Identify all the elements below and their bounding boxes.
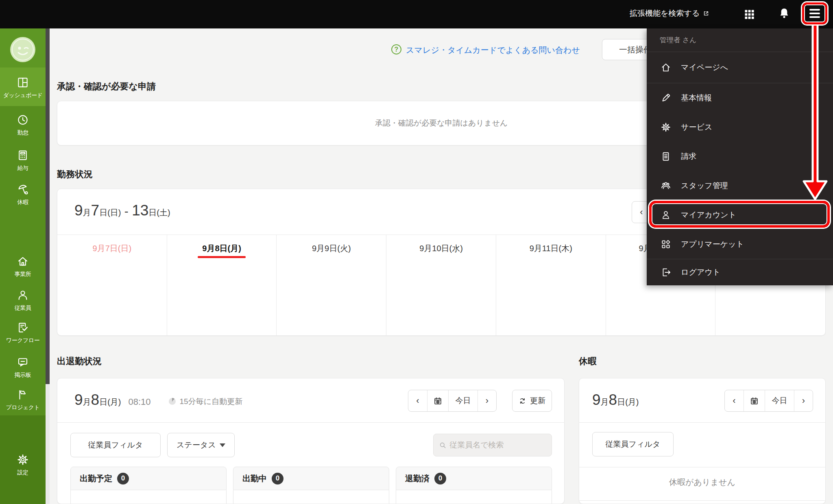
sidebar: ダッシュボード 勤怠 給与 休暇 事業所 — [0, 28, 46, 504]
prev-day-button[interactable]: ‹ — [408, 390, 427, 411]
sidebar-item-employees[interactable]: 従業員 — [0, 289, 46, 312]
sidebar-item-label: ワークフロー — [0, 337, 46, 344]
sidebar-item-office[interactable]: 事業所 — [0, 255, 46, 278]
calculator-icon — [17, 149, 29, 161]
apps-grid-icon — [744, 9, 755, 20]
employee-search-input[interactable] — [449, 441, 546, 450]
sidebar-item-label: 従業員 — [0, 304, 46, 312]
refresh-icon — [519, 397, 526, 405]
sidebar-item-project[interactable]: プロジェクト — [0, 389, 46, 411]
refresh-button[interactable]: 更新 — [512, 390, 552, 412]
date-day-num: 8 — [91, 391, 100, 408]
menu-item-staff-management[interactable]: スタッフ管理 — [647, 171, 833, 200]
day-label: 9月10日(水) — [419, 244, 463, 253]
next-day-button[interactable]: › — [478, 390, 496, 411]
sidebar-footer: 設定 — [0, 415, 46, 504]
chevron-down-icon — [220, 443, 225, 447]
menu-item-billing[interactable]: 請求 — [647, 142, 833, 171]
menu-item-label: 請求 — [681, 151, 696, 162]
sidebar-item-settings[interactable]: 設定 — [0, 454, 46, 476]
faq-link[interactable]: スマレジ・タイムカードでよくある問い合わせ — [406, 45, 580, 56]
next-day-button[interactable]: › — [794, 390, 813, 411]
sidebar-item-payroll[interactable]: 給与 — [0, 149, 46, 172]
vacation-divider-3 — [579, 500, 825, 501]
panel-clocked-out: 退勤済 0 — [396, 467, 552, 504]
range-day1-weekday: (日) — [107, 207, 121, 218]
extension-search-link[interactable]: 拡張機能を検索する — [630, 8, 709, 19]
date-month-suffix: 月 — [601, 397, 609, 408]
menu-item-services[interactable]: サービス — [647, 113, 833, 142]
approvals-empty-message: 承認・確認が必要な申請はありません — [375, 118, 508, 128]
attendance-heading: 出退勤状況 — [57, 355, 102, 367]
vacation-date: 9 月 8 日(月) — [592, 391, 639, 408]
clock-icon — [17, 114, 29, 126]
notifications-button[interactable] — [778, 7, 791, 20]
refresh-label: 更新 — [530, 395, 545, 406]
account-dropdown-menu: 管理者 さん マイページへ 基本情報 サービス 請求 — [647, 28, 833, 285]
status-panels: 出勤予定 0 出勤中 0 退勤済 0 — [70, 467, 552, 504]
panel-working: 出勤中 0 — [233, 467, 389, 504]
employee-icon — [17, 289, 29, 301]
gear-icon — [661, 122, 671, 133]
sidebar-item-attendance[interactable]: 勤怠 — [0, 114, 46, 137]
chevron-left-icon: ‹ — [640, 207, 643, 217]
menu-item-label: 基本情報 — [681, 93, 712, 103]
sidebar-item-label: 設定 — [0, 469, 46, 476]
sidebar-item-vacation[interactable]: 休暇 — [0, 183, 46, 206]
menu-item-app-market[interactable]: アプリマーケット — [647, 230, 833, 259]
week-range: 9 月 7 日 (日) - 13 日 (土) — [74, 202, 170, 219]
menu-item-label: マイページへ — [681, 62, 728, 73]
menu-item-mypage[interactable]: マイページへ — [647, 52, 833, 83]
vacation-nav-group: ‹ 今日 › — [724, 390, 813, 412]
prev-day-button[interactable]: ‹ — [725, 390, 744, 411]
panel-header: 退勤済 0 — [396, 467, 552, 490]
range-day1-suffix: 日 — [99, 207, 107, 218]
umbrella-icon — [17, 183, 29, 196]
status-filter-label: ステータス — [177, 440, 216, 450]
status-filter-button[interactable]: ステータス — [167, 433, 235, 457]
sidebar-item-label: 掲示板 — [0, 371, 46, 379]
panel-label: 出勤予定 — [80, 473, 112, 484]
sidebar-item-workflow[interactable]: ワークフロー — [0, 322, 46, 344]
vacation-today-button[interactable]: 今日 — [765, 390, 794, 411]
vacation-employee-filter-button[interactable]: 従業員フィルタ — [592, 432, 674, 456]
attendance-date: 9 月 8 日(月) 08:10 15分毎に自動更新 — [74, 391, 242, 408]
home-icon — [661, 62, 671, 73]
sidebar-scrollbar-thumb[interactable] — [46, 28, 50, 384]
day-column: 9月9日(火) — [277, 235, 386, 336]
sidebar-avatar-block — [0, 28, 46, 67]
avatar[interactable] — [10, 37, 35, 62]
menu-item-label: マイアカウント — [681, 210, 736, 220]
attendance-today-button[interactable]: 今日 — [448, 390, 478, 411]
menu-item-label: アプリマーケット — [681, 239, 744, 250]
apps-grid-button[interactable] — [744, 9, 755, 20]
vacation-empty-message: 休暇がありません — [669, 478, 735, 487]
sidebar-item-label: 給与 — [0, 165, 46, 172]
attendance-nav-group: ‹ 今日 › — [408, 390, 497, 412]
app-market-icon — [661, 239, 671, 250]
day-column: 9月8日(月) — [167, 235, 277, 336]
sidebar-item-board[interactable]: 掲示板 — [0, 356, 46, 379]
sidebar-item-dashboard[interactable]: ダッシュボード — [0, 76, 46, 99]
menu-item-label: スタッフ管理 — [681, 180, 728, 191]
attendance-calendar-button[interactable] — [427, 390, 448, 411]
day-column: 9月7日(日) — [57, 235, 167, 336]
topbar: 拡張機能を検索する — [0, 0, 833, 28]
count-badge: 0 — [434, 473, 446, 484]
employee-search — [433, 434, 552, 456]
employee-filter-button[interactable]: 従業員フィルタ — [70, 433, 161, 457]
sidebar-scrollbar[interactable] — [46, 28, 50, 504]
menu-item-my-account[interactable]: マイアカウント — [647, 200, 833, 230]
account-menu-button[interactable] — [802, 2, 827, 24]
menu-item-logout[interactable]: ログアウト — [647, 259, 833, 285]
range-day2-num: 13 — [132, 202, 148, 219]
vacation-calendar-button[interactable] — [744, 390, 765, 411]
workflow-icon — [17, 322, 29, 334]
bell-icon — [778, 7, 791, 20]
day-label: 9月7日(日) — [93, 244, 132, 253]
range-month-num: 9 — [74, 202, 83, 219]
menu-item-label: サービス — [681, 122, 712, 133]
menu-item-basic-info[interactable]: 基本情報 — [647, 83, 833, 113]
range-day2-weekday: (土) — [157, 207, 170, 218]
count-badge: 0 — [117, 473, 129, 484]
